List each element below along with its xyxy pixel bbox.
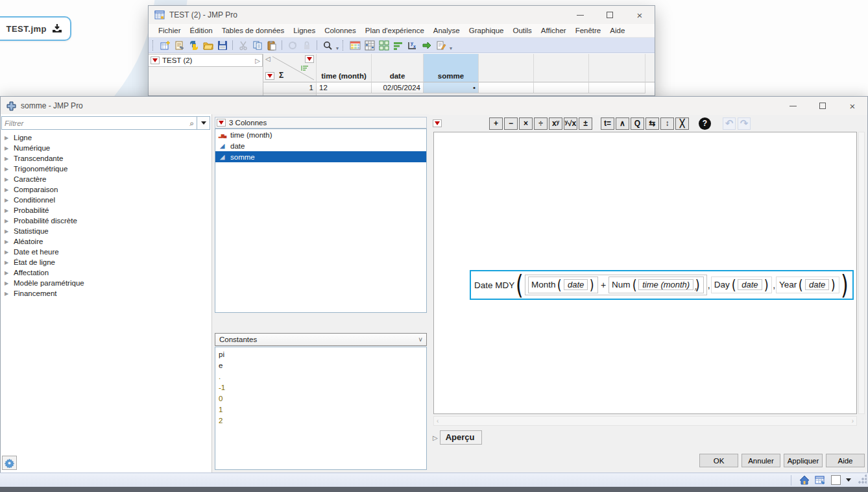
grid-corner-cell[interactable]: ◁ Σ (263, 54, 317, 82)
function-category[interactable]: ▶ État de ligne (1, 257, 211, 267)
function-category[interactable]: ▶ Caractère (1, 174, 211, 184)
menu-item[interactable]: Aide (605, 27, 629, 34)
home-icon[interactable] (799, 475, 810, 485)
sort-icon[interactable] (392, 40, 404, 51)
chevron-right-icon[interactable]: ▶ (5, 197, 10, 203)
close-button[interactable]: × (838, 97, 867, 115)
function-category[interactable]: ▶ Affectation (1, 267, 211, 278)
row-header[interactable]: 1 (263, 82, 317, 93)
constant-item[interactable]: 1 (215, 404, 426, 415)
yx-label-icon[interactable]: yx (406, 40, 418, 51)
red-triangle-menu-icon[interactable] (433, 119, 442, 127)
horizontal-scrollbar[interactable]: ‹› (433, 416, 857, 426)
constant-item[interactable]: 2 (215, 415, 426, 426)
chevron-right-icon[interactable]: ▶ (5, 187, 10, 193)
status-checkbox[interactable] (831, 475, 841, 485)
formula-arg-date[interactable]: date (738, 279, 762, 290)
menu-item[interactable]: Analyse (429, 27, 464, 34)
columns-menu-icon[interactable] (305, 55, 314, 63)
chevron-right-icon[interactable]: ▶ (5, 177, 10, 182)
operator-button[interactable]: + (489, 117, 503, 130)
function-category[interactable]: ▶ Financement (1, 288, 211, 299)
chevron-right-icon[interactable]: ▶ (5, 239, 10, 245)
preview-button[interactable]: Aperçu (440, 430, 482, 445)
column-header-empty[interactable] (534, 54, 589, 82)
help-button[interactable]: ? (699, 117, 711, 130)
formula-function-datemdy[interactable]: Date MDY (474, 280, 514, 290)
chevron-right-icon[interactable]: ▶ (5, 135, 10, 141)
columns-list-header[interactable]: 3 Colonnes (215, 117, 427, 129)
cell-somme-missing[interactable]: • (424, 82, 479, 93)
journal-icon[interactable] (173, 40, 186, 51)
minimize-button[interactable] (778, 97, 808, 115)
formula-arg-date[interactable]: date (564, 279, 588, 290)
disclosure-triangle-icon[interactable]: ▷ (433, 434, 438, 441)
menu-item[interactable]: Lignes (289, 27, 320, 34)
ok-button[interactable]: OK (699, 454, 738, 467)
menu-item[interactable]: Plan d'expérience (361, 27, 429, 34)
operator-button[interactable]: × (519, 117, 533, 130)
chevron-right-icon[interactable]: ▶ (5, 228, 10, 234)
operator-button[interactable]: − (504, 117, 518, 130)
chevron-right-icon[interactable]: ▶ (5, 208, 10, 214)
maximize-button[interactable] (808, 97, 838, 115)
formula-term-num[interactable]: Num ( time (month)∧ ) (609, 277, 704, 293)
chevron-right-icon[interactable]: ▶ (5, 156, 10, 162)
table-panel-header[interactable]: TEST (2) ▷ (149, 54, 263, 67)
save-icon[interactable] (216, 40, 228, 51)
collapse-columns-icon[interactable]: ◁ (265, 55, 271, 62)
apply-button[interactable]: Appliquer (784, 454, 823, 467)
operator-button[interactable]: ÷ (534, 117, 548, 130)
toolbar-overflow[interactable]: ▾ (336, 45, 339, 53)
function-category[interactable]: ▶ Probabilité (1, 205, 211, 215)
toolbar-grip[interactable] (152, 40, 156, 51)
formula-arg-time[interactable]: time (month)∧ (638, 279, 693, 290)
vertical-scrollbar[interactable] (858, 132, 865, 414)
menu-item[interactable]: Édition (186, 27, 217, 34)
column-list-item[interactable]: date (215, 140, 426, 151)
data-table-icon[interactable] (349, 40, 361, 51)
search-icon[interactable] (321, 40, 333, 51)
recent-file-tab[interactable]: TEST.jmp (0, 16, 71, 41)
function-category[interactable]: ▶ Numérique (1, 143, 211, 153)
toolbar-overflow[interactable]: ▾ (450, 45, 452, 53)
chevron-right-icon[interactable]: ▶ (5, 270, 10, 276)
formula-window-titlebar[interactable]: somme - JMP Pro × (1, 97, 867, 115)
formula-term-day[interactable]: Day ( date ) (711, 277, 773, 293)
chevron-right-icon[interactable]: ▶ (5, 145, 10, 151)
column-header-empty[interactable] (479, 54, 534, 82)
constant-item[interactable]: e (215, 360, 426, 371)
red-triangle-menu-icon[interactable] (151, 56, 160, 64)
new-data-table-icon[interactable] (159, 40, 171, 51)
constant-item[interactable]: . (215, 371, 426, 382)
menu-item[interactable]: Afficher (536, 27, 571, 34)
rows-menu-icon[interactable] (265, 72, 274, 80)
filter-dropdown-button[interactable] (197, 116, 210, 130)
chevron-right-icon[interactable]: ▶ (5, 166, 10, 172)
formula-term-year[interactable]: Year ( date ) (776, 277, 839, 293)
operator-button[interactable]: xʸ (549, 117, 562, 130)
cell-time[interactable]: 12 (317, 82, 372, 93)
chevron-right-icon[interactable]: ▶ (5, 218, 10, 224)
status-dropdown-icon[interactable] (846, 478, 851, 482)
function-category[interactable]: ▶ Modèle paramétrique (1, 278, 211, 288)
cancel-button[interactable]: Annuler (741, 454, 780, 467)
function-category[interactable]: ▶ Trigonométrique (1, 164, 211, 174)
chevron-right-icon[interactable]: ▶ (5, 291, 10, 297)
function-category[interactable]: ▶ Transcendante (1, 153, 211, 164)
resize-grip[interactable] (858, 474, 867, 484)
window-table-icon[interactable] (815, 475, 826, 485)
constant-item[interactable]: 0 (215, 393, 426, 404)
column-list-item[interactable]: time (month) (215, 129, 426, 140)
formula-expression[interactable]: Date MDY ( Month ( date ) + Num ( time (… (470, 270, 854, 300)
menu-item[interactable]: Tables de données (217, 27, 289, 34)
python-icon[interactable] (187, 40, 200, 51)
column-list-item[interactable]: somme (215, 151, 426, 162)
operator-button[interactable]: ʸ√x (564, 117, 577, 130)
edit-button[interactable]: t= (601, 117, 614, 130)
filter-input[interactable]: Filtrer ⌕ (1, 116, 197, 130)
menu-item[interactable]: Fenêtre (571, 27, 606, 34)
column-header-date[interactable]: date (372, 54, 424, 82)
test-window-titlebar[interactable]: TEST (2) - JMP Pro × (149, 6, 655, 24)
menu-item[interactable]: Outils (508, 27, 536, 34)
